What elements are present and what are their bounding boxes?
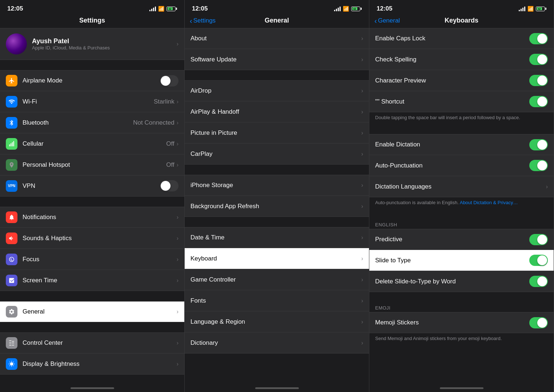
slide-to-type-toggle[interactable] xyxy=(529,255,548,266)
enable-dictation-toggle[interactable] xyxy=(529,139,548,150)
screentime-item[interactable]: Screen Time › xyxy=(0,270,184,291)
check-spelling-item[interactable]: Check Spelling xyxy=(369,49,554,70)
gap-k2 xyxy=(369,209,554,219)
cellular-value: Off xyxy=(166,140,174,147)
controlcenter-chevron: › xyxy=(177,340,178,346)
dictation-privacy-link[interactable]: About Dictation & Privacy… xyxy=(460,200,518,205)
hotspot-item[interactable]: Personal Hotspot Off › xyxy=(0,154,184,175)
language-item[interactable]: Language & Region › xyxy=(185,311,369,332)
enable-dictation-label: Enable Dictation xyxy=(375,141,529,148)
battery-icon-2: 42 xyxy=(351,7,362,11)
general-item[interactable]: General › xyxy=(0,301,184,322)
nav-bar-2: ‹ Settings General xyxy=(185,15,369,28)
status-bar-3: 12:05 📶 42 xyxy=(369,0,554,15)
sounds-icon xyxy=(6,233,17,244)
wifi-status-icon-2: 📶 xyxy=(343,6,349,12)
delete-slide-toggle[interactable] xyxy=(529,276,548,287)
keyboard-item[interactable]: Keyboard › xyxy=(185,248,369,269)
display-item[interactable]: Display & Brightness › xyxy=(0,353,184,375)
fonts-item[interactable]: Fonts › xyxy=(185,290,369,311)
notifications-label: Notifications xyxy=(23,214,177,221)
auto-punctuation-item[interactable]: Auto-Punctuation xyxy=(369,155,554,176)
char-preview-toggle[interactable] xyxy=(529,75,548,86)
period-shortcut-toggle[interactable] xyxy=(529,96,548,107)
gap-2 xyxy=(0,291,184,301)
about-item[interactable]: About › xyxy=(185,28,369,49)
airplane-label: Airplane Mode xyxy=(23,77,160,84)
back-to-general[interactable]: ‹ General xyxy=(374,17,400,24)
pip-item[interactable]: Picture in Picture › xyxy=(185,122,369,144)
status-icons-1: 📶 42 xyxy=(149,6,177,12)
sounds-item[interactable]: Sounds & Haptics › xyxy=(0,228,184,249)
dictation-languages-item[interactable]: Dictation Languages › xyxy=(369,176,554,197)
svg-rect-1 xyxy=(11,143,11,146)
keyboards-panel: 12:05 📶 42 ‹ General Keyboards xyxy=(369,0,554,392)
notifications-chevron: › xyxy=(177,214,178,221)
period-shortcut-item[interactable]: "" Shortcut xyxy=(369,91,554,112)
auto-punctuation-toggle[interactable] xyxy=(529,160,548,171)
section-kb-1: Enable Caps Lock Check Spelling Characte… xyxy=(369,28,554,112)
check-spelling-toggle[interactable] xyxy=(529,54,548,65)
software-update-chevron: › xyxy=(361,56,363,63)
cellular-icon xyxy=(6,138,17,150)
wifi-item[interactable]: Wi-Fi Starlink › xyxy=(0,91,184,112)
section-network: Airplane Mode Wi-Fi Starlink › Bluetooth… xyxy=(0,70,184,197)
display-icon xyxy=(6,358,17,370)
svg-rect-0 xyxy=(9,144,10,146)
airplane-mode-item[interactable]: Airplane Mode xyxy=(0,70,184,91)
vpn-toggle[interactable] xyxy=(160,180,178,191)
caps-lock-toggle[interactable] xyxy=(529,33,548,44)
section-notifications: Notifications › Sounds & Haptics › Focus… xyxy=(0,207,184,291)
memoji-toggle[interactable] xyxy=(529,317,548,328)
bluetooth-item[interactable]: Bluetooth Not Connected › xyxy=(0,112,184,133)
delete-slide-item[interactable]: Delete Slide-to-Type by Word xyxy=(369,271,554,292)
keyboard-label: Keyboard xyxy=(190,255,361,262)
focus-item[interactable]: Focus › xyxy=(0,249,184,270)
keyboards-scroll[interactable]: Enable Caps Lock Check Spelling Characte… xyxy=(369,28,554,384)
software-update-item[interactable]: Software Update › xyxy=(185,49,369,70)
dictation-languages-label: Dictation Languages xyxy=(375,183,546,190)
profile-item[interactable]: Ayush Patel Apple ID, iCloud, Media & Pu… xyxy=(0,28,184,60)
general-label: General xyxy=(23,308,177,315)
vpn-item[interactable]: VPN VPN xyxy=(0,175,184,197)
predictive-toggle[interactable] xyxy=(529,234,548,245)
wifi-value: Starlink xyxy=(154,98,174,105)
enable-dictation-item[interactable]: Enable Dictation xyxy=(369,134,554,155)
fonts-chevron: › xyxy=(361,298,363,304)
pip-label: Picture in Picture xyxy=(190,129,361,137)
time-2: 12:05 xyxy=(192,5,208,12)
game-controller-item[interactable]: Game Controller › xyxy=(185,269,369,290)
general-scroll[interactable]: About › Software Update › AirDrop › AirP… xyxy=(185,28,369,384)
language-chevron: › xyxy=(361,319,363,325)
predictive-item[interactable]: Predictive xyxy=(369,229,554,250)
iphone-storage-item[interactable]: iPhone Storage › xyxy=(185,175,369,196)
carplay-label: CarPlay xyxy=(190,150,361,158)
airdrop-item[interactable]: AirDrop › xyxy=(185,80,369,101)
slide-to-type-item[interactable]: Slide to Type xyxy=(369,250,554,271)
datetime-item[interactable]: Date & Time › xyxy=(185,227,369,248)
check-spelling-label: Check Spelling xyxy=(375,56,529,63)
caps-lock-item[interactable]: Enable Caps Lock xyxy=(369,28,554,49)
time-1: 12:05 xyxy=(7,5,23,12)
cellular-item[interactable]: Cellular Off › xyxy=(0,133,184,154)
section-display: Control Center › Display & Brightness › xyxy=(0,332,184,375)
airplay-item[interactable]: AirPlay & Handoff › xyxy=(185,101,369,122)
background-refresh-item[interactable]: Background App Refresh › xyxy=(185,196,369,217)
carplay-item[interactable]: CarPlay › xyxy=(185,144,369,165)
game-controller-label: Game Controller xyxy=(190,276,361,283)
dictionary-item[interactable]: Dictionary › xyxy=(185,332,369,353)
settings-scroll[interactable]: Ayush Patel Apple ID, iCloud, Media & Pu… xyxy=(0,28,184,384)
memoji-item[interactable]: Memoji Stickers xyxy=(369,312,554,333)
nav-bar-3: ‹ General Keyboards xyxy=(369,15,554,28)
gap-g3 xyxy=(185,217,369,227)
char-preview-item[interactable]: Character Preview xyxy=(369,70,554,91)
svg-rect-3 xyxy=(13,141,14,146)
english-header: ENGLISH xyxy=(369,219,554,229)
back-to-settings[interactable]: ‹ Settings xyxy=(190,17,216,24)
controlcenter-item[interactable]: Control Center › xyxy=(0,332,184,353)
wifi-chevron: › xyxy=(177,98,178,105)
airplane-toggle[interactable] xyxy=(160,75,178,86)
vpn-icon: VPN xyxy=(6,180,17,192)
notifications-item[interactable]: Notifications › xyxy=(0,207,184,228)
controlcenter-icon xyxy=(6,337,17,349)
